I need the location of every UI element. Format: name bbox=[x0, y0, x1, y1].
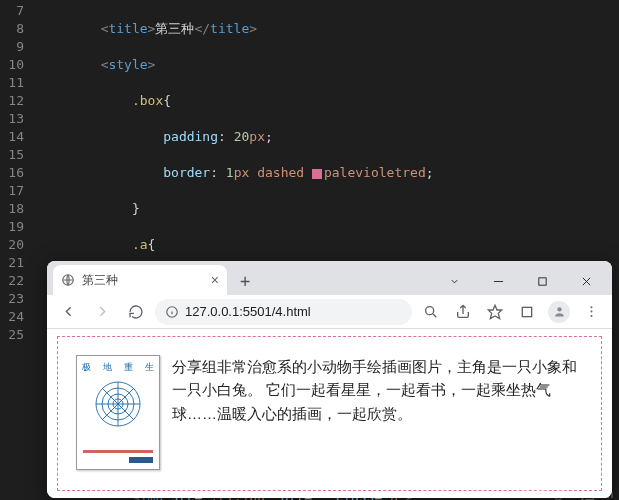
page-content: 极地重生 分享组非常治愈系的小动物手绘插画图片，主角是一只小象和一只小白兔。 它… bbox=[47, 329, 612, 498]
new-tab-button[interactable]: + bbox=[231, 267, 259, 295]
content-box: 极地重生 分享组非常治愈系的小动物手绘插画图片，主角是一只小象和一只小白兔。 它… bbox=[57, 336, 602, 491]
svg-point-11 bbox=[590, 306, 592, 308]
share-icon[interactable] bbox=[448, 297, 478, 327]
svg-rect-9 bbox=[522, 307, 531, 316]
book-image: 极地重生 bbox=[76, 355, 160, 470]
watermark: CSDN @karry_yuan bbox=[522, 489, 613, 500]
reload-button[interactable] bbox=[121, 297, 151, 327]
close-window-button[interactable] bbox=[566, 267, 606, 295]
info-icon bbox=[165, 305, 179, 319]
svg-point-10 bbox=[557, 307, 561, 311]
svg-point-12 bbox=[590, 311, 592, 313]
mandala-icon bbox=[93, 379, 143, 429]
menu-button[interactable] bbox=[576, 297, 606, 327]
svg-line-7 bbox=[433, 314, 436, 317]
tab-title: 第三种 bbox=[82, 272, 204, 289]
browser-window: 第三种 × + 127.0.0.1:5501/4.html bbox=[47, 261, 612, 498]
url-text: 127.0.0.1:5501/4.html bbox=[185, 304, 311, 319]
url-field[interactable]: 127.0.0.1:5501/4.html bbox=[155, 299, 412, 325]
code-area[interactable]: <title>第三种</title> <style> .box{ padding… bbox=[38, 2, 619, 260]
avatar[interactable] bbox=[544, 297, 574, 327]
code-editor[interactable]: 78910111213141516171819202122232425 <tit… bbox=[0, 0, 619, 260]
address-bar: 127.0.0.1:5501/4.html bbox=[47, 295, 612, 329]
extensions-icon[interactable] bbox=[512, 297, 542, 327]
line-gutter: 78910111213141516171819202122232425 bbox=[0, 2, 38, 260]
svg-marker-8 bbox=[488, 305, 501, 318]
browser-tab[interactable]: 第三种 × bbox=[53, 265, 227, 295]
back-button[interactable] bbox=[53, 297, 83, 327]
tab-bar: 第三种 × + bbox=[47, 261, 612, 295]
globe-icon bbox=[61, 273, 75, 287]
minimize-button[interactable] bbox=[478, 267, 518, 295]
maximize-button[interactable] bbox=[522, 267, 562, 295]
chevron-down-icon[interactable] bbox=[434, 267, 474, 295]
close-tab-icon[interactable]: × bbox=[211, 272, 219, 288]
svg-point-13 bbox=[590, 315, 592, 317]
svg-rect-2 bbox=[538, 277, 545, 284]
forward-button[interactable] bbox=[87, 297, 117, 327]
svg-point-6 bbox=[426, 306, 434, 314]
star-icon[interactable] bbox=[480, 297, 510, 327]
zoom-icon[interactable] bbox=[416, 297, 446, 327]
